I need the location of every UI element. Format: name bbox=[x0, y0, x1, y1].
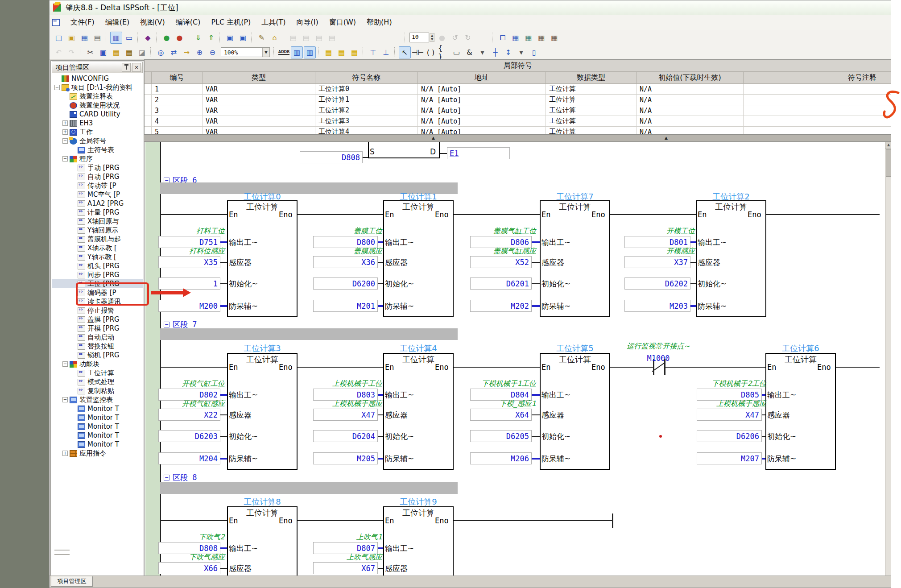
block-icon[interactable]: ▭ bbox=[450, 46, 463, 58]
operand-box[interactable]: M201 bbox=[313, 300, 378, 312]
tree-item[interactable]: + 应用指令 bbox=[52, 449, 143, 458]
contact-icon[interactable]: ⊣⊢ bbox=[412, 46, 424, 58]
operand-box[interactable]: D6201 bbox=[470, 277, 532, 290]
operand-box[interactable]: D6203 bbox=[158, 430, 220, 442]
tree-item[interactable]: − 装置监控表 bbox=[52, 395, 143, 404]
tree-item[interactable]: MC空气 [P bbox=[52, 190, 143, 199]
tree-item[interactable]: − 功能块 bbox=[52, 360, 143, 369]
print-icon[interactable]: ▤ bbox=[91, 32, 103, 44]
cell-symbol-name[interactable]: 工位计算2 bbox=[315, 105, 418, 116]
step-spinbox[interactable]: 10 ▲▼ bbox=[409, 33, 434, 42]
tree-item[interactable]: X轴回原与 bbox=[52, 217, 143, 226]
address-view-icon[interactable]: ADDR bbox=[278, 46, 290, 58]
operand-box[interactable]: X52 bbox=[470, 256, 532, 268]
zoom-combo[interactable]: 100% ▼ bbox=[221, 47, 270, 57]
horizontal-splitter[interactable]: ▲ ▲ bbox=[144, 134, 891, 142]
tree-item[interactable]: Monitor T bbox=[52, 431, 143, 440]
menu-item[interactable]: 编译(C) bbox=[170, 16, 206, 29]
grid-2-icon[interactable]: ▦ bbox=[548, 32, 560, 44]
operand-box[interactable]: X35 bbox=[158, 256, 220, 268]
cell-address[interactable]: N/A [Auto] bbox=[418, 95, 546, 105]
cell-comment[interactable] bbox=[744, 84, 891, 95]
cell-number[interactable]: 5 bbox=[152, 127, 203, 134]
menu-item[interactable]: PLC 主机(P) bbox=[206, 16, 256, 29]
tree-item[interactable]: − 全局符号 bbox=[52, 137, 143, 145]
tree-item[interactable]: 装置使用状况 bbox=[52, 101, 143, 110]
cell-comment[interactable] bbox=[744, 116, 891, 127]
function-block-instance-name[interactable]: 工位计算6 bbox=[765, 343, 836, 354]
tree-item[interactable]: 自动启动 bbox=[52, 333, 143, 342]
tree-item[interactable]: 模式处理 bbox=[52, 377, 143, 386]
section-comment-bar[interactable] bbox=[160, 482, 458, 494]
doc-gray-1-icon[interactable]: ▤ bbox=[287, 32, 299, 44]
tree-item[interactable]: X轴示教 [ bbox=[52, 244, 143, 253]
insert-network-below-icon[interactable]: ⊥ bbox=[380, 46, 392, 58]
vertical-line-icon[interactable]: ┼ bbox=[489, 46, 501, 58]
collapse-arrow-icon[interactable]: ▲ bbox=[432, 136, 435, 140]
cell-initial-value[interactable]: N/A bbox=[636, 116, 744, 127]
operand-box[interactable]: X47 bbox=[313, 409, 378, 421]
operand-box[interactable]: D802 bbox=[158, 389, 220, 401]
operand-box[interactable]: D6204 bbox=[313, 430, 378, 442]
doc-gray-3-icon[interactable]: ▤ bbox=[313, 32, 325, 44]
compare-icon[interactable]: { } bbox=[438, 46, 450, 58]
menu-item[interactable]: 文件(F) bbox=[65, 16, 100, 29]
operand-box[interactable]: D6205 bbox=[470, 430, 532, 442]
paste-icon[interactable]: ▤ bbox=[110, 46, 122, 58]
operand-box[interactable]: M202 bbox=[470, 300, 532, 312]
help-book-icon[interactable]: ◆ bbox=[142, 32, 154, 44]
function-block-instance-name[interactable]: 工位计算4 bbox=[383, 343, 454, 354]
panel-splitter-handle[interactable] bbox=[54, 550, 70, 555]
open-project-icon[interactable]: ▣ bbox=[66, 32, 78, 44]
operand-box[interactable]: D808 bbox=[158, 542, 220, 554]
tree-item[interactable]: 机头 [PRG bbox=[52, 261, 143, 270]
operand-box[interactable]: D751 bbox=[158, 236, 220, 248]
cell-data-type[interactable]: 工位计算 bbox=[546, 116, 636, 127]
operand-box[interactable]: M203 bbox=[624, 300, 690, 312]
tree-item[interactable]: 同步 [PRG bbox=[52, 270, 143, 279]
tree-toggle-icon[interactable]: − bbox=[62, 156, 68, 161]
menu-item[interactable]: 帮助(H) bbox=[361, 16, 397, 29]
contact-operand[interactable]: M1000 bbox=[614, 354, 703, 363]
cell-type[interactable]: VAR bbox=[203, 127, 315, 134]
tree-item[interactable]: 工位计算 bbox=[52, 369, 143, 377]
simulator-run-icon[interactable]: ● bbox=[161, 32, 173, 44]
zoom-out-icon[interactable]: ⊖ bbox=[207, 46, 219, 58]
online-monitor-icon[interactable]: ▣ bbox=[224, 32, 236, 44]
tree-toggle-icon[interactable]: − bbox=[62, 361, 68, 367]
tree-item[interactable]: Monitor T bbox=[52, 440, 143, 449]
replace-icon[interactable]: ⇄ bbox=[168, 46, 180, 58]
operand-box[interactable]: 1 bbox=[158, 277, 220, 290]
operand-box[interactable]: X47 bbox=[697, 409, 762, 421]
tree-toggle-icon[interactable]: + bbox=[62, 451, 68, 456]
tree-item[interactable]: 计量 [PRG bbox=[52, 208, 143, 217]
tree-item[interactable]: 手动 [PRG bbox=[52, 163, 143, 172]
operand-box[interactable]: D6202 bbox=[624, 277, 690, 290]
menu-item[interactable]: 视图(V) bbox=[135, 16, 170, 29]
pin-panel-button[interactable] bbox=[122, 63, 131, 72]
cell-comment[interactable] bbox=[744, 127, 891, 134]
comment-view-icon[interactable]: ▥ bbox=[304, 46, 316, 58]
copy-icon[interactable]: ▣ bbox=[97, 46, 109, 58]
cell-address[interactable]: N/A [Auto] bbox=[418, 127, 546, 134]
tree-item[interactable]: 主符号表 bbox=[52, 145, 143, 154]
tree-toggle-icon[interactable]: − bbox=[62, 397, 68, 402]
goto-icon[interactable]: → bbox=[181, 46, 193, 58]
calendar-grid-icon[interactable]: ▦ bbox=[522, 32, 534, 44]
cell-symbol-name[interactable]: 工位计算1 bbox=[315, 95, 418, 105]
operand-box[interactable]: X37 bbox=[624, 256, 690, 268]
operand-box[interactable]: D6200 bbox=[313, 277, 378, 290]
coil-icon[interactable]: ( ) bbox=[425, 46, 437, 58]
next-bookmark-icon[interactable]: ▤ bbox=[348, 46, 360, 58]
tree-item[interactable]: Monitor T bbox=[52, 422, 143, 431]
menu-item[interactable]: 工具(T) bbox=[256, 16, 291, 29]
tree-item[interactable]: 传动带 [P bbox=[52, 181, 143, 190]
device-monitor-icon[interactable]: ▣ bbox=[237, 32, 249, 44]
operand-box[interactable]: D807 bbox=[313, 542, 378, 554]
cell-initial-value[interactable]: N/A bbox=[636, 127, 744, 134]
find-icon[interactable]: ◎ bbox=[155, 46, 167, 58]
save-icon[interactable]: ▦ bbox=[79, 32, 91, 44]
monitor-table-icon[interactable]: ▦ bbox=[509, 32, 521, 44]
menu-item[interactable]: 窗口(W) bbox=[324, 16, 361, 29]
close-panel-button[interactable]: ✕ bbox=[132, 63, 141, 72]
